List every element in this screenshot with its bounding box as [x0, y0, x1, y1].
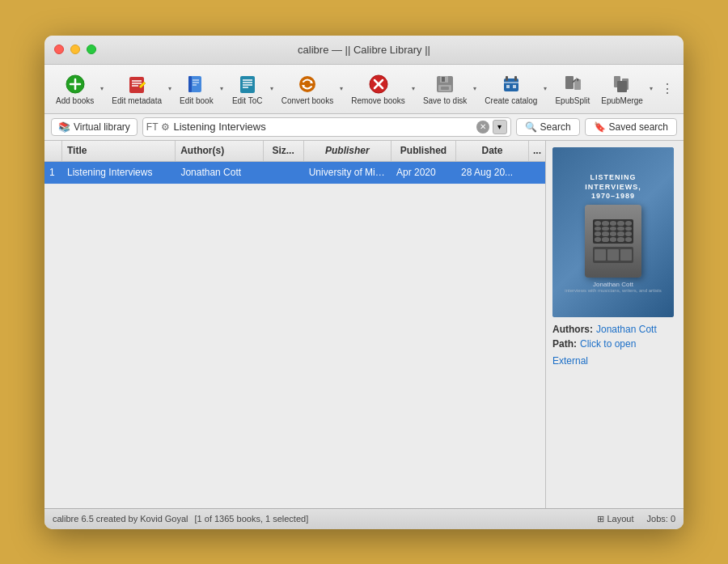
col-header-more[interactable]: ... — [529, 141, 545, 161]
create-catalog-button[interactable]: Create catalog — [480, 70, 542, 108]
edit-book-dropdown[interactable]: ▾ — [218, 70, 225, 108]
edit-metadata-label: Edit metadata — [112, 96, 162, 105]
speaker-dot — [617, 221, 624, 226]
speaker-dot — [625, 221, 632, 226]
layout-button[interactable]: ⊞ Layout — [597, 514, 633, 524]
edit-book-group: Edit book ▾ — [175, 70, 225, 108]
path-value[interactable]: Click to open — [580, 338, 636, 350]
speaker-dot — [625, 227, 632, 231]
col-header-publisher[interactable]: Publisher — [304, 141, 392, 161]
speaker-dot — [602, 237, 608, 242]
minimize-button[interactable] — [70, 45, 80, 54]
add-books-group: Add books ▾ — [51, 70, 105, 108]
epub-merge-icon — [611, 73, 633, 95]
dev-btn — [607, 249, 619, 261]
epub-merge-group: EpubMerge ▾ — [596, 70, 654, 108]
remove-books-icon — [367, 73, 390, 95]
search-button[interactable]: 🔍 Search — [516, 118, 580, 136]
epub-split-icon — [561, 73, 584, 95]
svg-rect-31 — [514, 76, 517, 81]
table-body: 1 Listening Interviews Jonathan Cott Uni… — [44, 162, 545, 508]
remove-books-button[interactable]: Remove books — [346, 70, 410, 108]
col-header-published[interactable]: Published — [392, 141, 456, 161]
close-button[interactable] — [54, 45, 64, 54]
col-header-author[interactable]: Author(s) — [176, 141, 263, 161]
statusbar: calibre 6.5 created by Kovid Goyal [1 of… — [44, 508, 684, 529]
external-link[interactable]: External — [552, 353, 677, 367]
book-list: Title Author(s) Siz... Publisher Publish… — [44, 141, 546, 508]
search-input[interactable] — [173, 121, 472, 133]
virtual-library-button[interactable]: 📚 Virtual library — [51, 118, 138, 136]
col-header-title[interactable]: Title — [62, 141, 176, 161]
jobs-label: Jobs: 0 — [647, 514, 675, 524]
status-right: ⊞ Layout Jobs: 0 — [597, 514, 675, 524]
edit-metadata-dropdown[interactable]: ▾ — [167, 70, 173, 108]
save-to-disk-icon — [434, 73, 456, 95]
edit-toc-button[interactable]: Edit ToC — [226, 70, 269, 108]
speaker-dot — [617, 231, 624, 236]
cover-title-text: ListeningInterviews,1970–1989 — [580, 170, 645, 205]
epub-merge-label: EpubMerge — [601, 96, 643, 105]
create-catalog-icon — [500, 73, 523, 95]
path-label: Path: — [552, 338, 577, 350]
svg-rect-41 — [617, 81, 627, 92]
book-info: Authors: Jonathan Cott Path: Click to op… — [552, 324, 677, 367]
saved-search-icon: 🔖 — [594, 121, 606, 133]
maximize-button[interactable] — [87, 45, 96, 54]
edit-toc-dropdown[interactable]: ▾ — [269, 70, 275, 108]
table-row[interactable]: 1 Listening Interviews Jonathan Cott Uni… — [44, 162, 545, 184]
row-author: Jonathan Cott — [176, 167, 263, 178]
dev-btn — [595, 249, 606, 261]
convert-books-button[interactable]: Convert books — [277, 70, 338, 108]
cover-subtitle: interviews with musicians, writers, and … — [560, 288, 666, 294]
create-catalog-dropdown[interactable]: ▾ — [542, 70, 548, 108]
authors-row: Authors: Jonathan Cott — [552, 324, 677, 335]
authors-label: Authors: — [552, 324, 593, 335]
epub-split-button[interactable]: EpubSplit — [550, 70, 595, 108]
edit-book-button[interactable]: Edit book — [175, 70, 218, 108]
book-count: [1 of 1365 books, 1 selected] — [195, 514, 309, 524]
main-content: Title Author(s) Siz... Publisher Publish… — [44, 141, 684, 508]
window-title: calibre — || Calibre Library || — [298, 44, 430, 56]
search-clear-button[interactable]: ✕ — [476, 121, 489, 134]
saved-search-button[interactable]: 🔖 Saved search — [585, 118, 677, 136]
edit-book-label: Edit book — [180, 96, 214, 105]
row-publisher: University of Minn... — [304, 167, 392, 178]
create-catalog-group: Create catalog ▾ — [480, 70, 548, 108]
epub-merge-dropdown[interactable]: ▾ — [648, 70, 654, 108]
saved-search-label: Saved search — [609, 121, 668, 133]
filter-icon: FT — [146, 121, 159, 133]
save-to-disk-dropdown[interactable]: ▾ — [472, 70, 478, 108]
add-books-icon — [64, 73, 87, 95]
add-books-button[interactable]: Add books — [51, 70, 99, 108]
authors-value[interactable]: Jonathan Cott — [596, 324, 657, 335]
speaker-dot — [602, 227, 608, 231]
convert-books-icon — [296, 73, 319, 95]
add-books-dropdown[interactable]: ▾ — [99, 70, 105, 108]
speaker-dot — [617, 237, 624, 242]
book-icon: 📚 — [58, 121, 70, 133]
speaker-dot — [610, 231, 616, 236]
svg-rect-34 — [513, 85, 516, 88]
search-dropdown-button[interactable]: ▾ — [493, 120, 507, 134]
speaker-dot — [595, 227, 601, 231]
col-header-date[interactable]: Date — [456, 141, 529, 161]
search-input-group: FT ⚙ ✕ ▾ — [142, 117, 511, 137]
remove-books-dropdown[interactable]: ▾ — [410, 70, 417, 108]
speaker-dot — [602, 221, 608, 226]
remove-books-group: Remove books ▾ — [346, 70, 417, 108]
edit-book-icon — [185, 73, 208, 95]
toolbar-more-button[interactable]: ⋮ — [658, 78, 677, 100]
edit-metadata-button[interactable]: Edit metadata — [107, 70, 167, 108]
epub-merge-button[interactable]: EpubMerge — [596, 70, 648, 108]
titlebar: calibre — || Calibre Library || — [44, 36, 684, 65]
convert-books-dropdown[interactable]: ▾ — [338, 70, 345, 108]
speaker-dot — [602, 231, 608, 236]
save-to-disk-button[interactable]: Save to disk — [418, 70, 472, 108]
svg-rect-35 — [565, 76, 574, 89]
col-header-num[interactable] — [44, 141, 62, 161]
settings-icon[interactable]: ⚙ — [161, 121, 170, 133]
col-header-size[interactable]: Siz... — [264, 141, 304, 161]
search-label: Search — [540, 121, 571, 133]
svg-rect-30 — [506, 76, 508, 81]
